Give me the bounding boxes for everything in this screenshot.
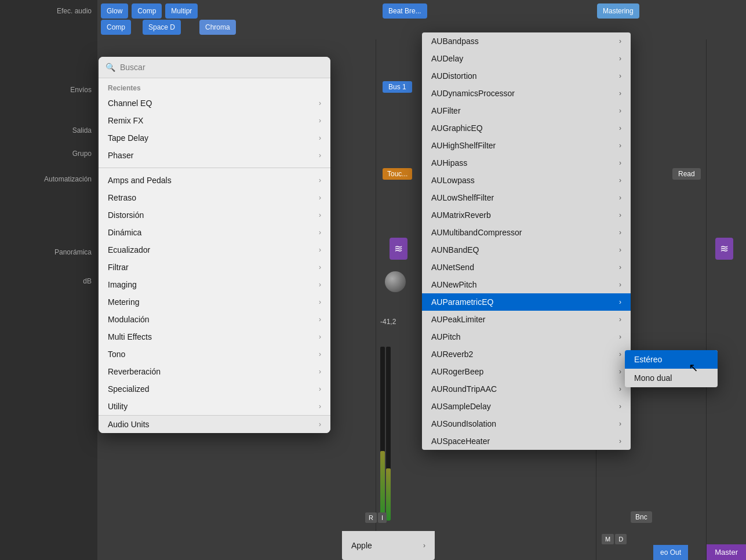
db-value-1: -41,2 [380, 318, 396, 326]
apple-label: Apple [351, 541, 372, 550]
knob-1[interactable] [385, 271, 406, 292]
chevron-icon: › [319, 298, 321, 306]
recent-remix-fx[interactable]: Remix FX › [99, 112, 330, 129]
space-d-button[interactable]: Space D [143, 20, 181, 35]
glow-button[interactable]: Glow [101, 3, 128, 19]
audio-units-item[interactable]: Audio Units › [99, 416, 330, 433]
chevron-icon: › [619, 263, 621, 271]
au-nbandeq[interactable]: AUNBandEQ › [422, 241, 631, 259]
chevron-icon: › [319, 402, 321, 410]
chevron-icon: › [319, 134, 321, 142]
recent-channel-eq[interactable]: Channel EQ › [99, 94, 330, 112]
au-dynamics-processor[interactable]: AUDynamicsProcessor › [422, 85, 631, 102]
au-parametriceq[interactable]: AUParametricEQ › [422, 293, 631, 311]
search-icon: 🔍 [105, 63, 115, 72]
beat-bre-button[interactable]: Beat Bre... [383, 3, 427, 19]
cat-retraso[interactable]: Retraso › [99, 189, 330, 206]
recent-phaser[interactable]: Phaser › [99, 147, 330, 164]
search-input[interactable] [120, 63, 323, 72]
au-reverb2[interactable]: AUReverb2 › [422, 346, 631, 363]
cat-utility[interactable]: Utility › [99, 398, 330, 415]
cat-imaging[interactable]: Imaging › [99, 276, 330, 293]
d-button[interactable]: D [615, 534, 627, 544]
cat-modulacion[interactable]: Modulación › [99, 311, 330, 328]
chevron-icon: › [619, 420, 621, 428]
cat-ecualizador[interactable]: Ecualizador › [99, 241, 330, 259]
cat-reverberacion[interactable]: Reverberación › [99, 363, 330, 380]
read-label[interactable]: Read [672, 168, 701, 180]
chevron-icon: › [619, 194, 621, 202]
i-button[interactable]: I [378, 512, 387, 523]
efec-audio-label: Efec. audio [0, 7, 97, 15]
search-bar: 🔍 [99, 57, 330, 78]
cat-specialized[interactable]: Specialized › [99, 380, 330, 398]
au-delay[interactable]: AUDelay › [422, 50, 631, 67]
recent-tape-delay[interactable]: Tape Delay › [99, 129, 330, 147]
au-rogerbeep[interactable]: AURogerBeep › [422, 363, 631, 380]
comp-button-1[interactable]: Comp [132, 3, 162, 19]
m-button-2[interactable]: M [602, 534, 614, 544]
au-roundtrip[interactable]: AURoundTripAAC › [422, 380, 631, 398]
bus1-label[interactable]: Bus 1 [383, 81, 412, 93]
au-sampledelay[interactable]: AUSampleDelay › [422, 398, 631, 415]
apple-chevron-icon: › [423, 541, 425, 550]
chevron-icon: › [619, 350, 621, 358]
chevron-icon: › [619, 159, 621, 167]
cat-distorsion[interactable]: Distorsión › [99, 206, 330, 224]
au-graphiceq[interactable]: AUGraphicEQ › [422, 119, 631, 137]
chevron-icon: › [619, 37, 621, 45]
apple-menu-item[interactable]: Apple › [342, 531, 435, 560]
cat-amps[interactable]: Amps and Pedals › [99, 172, 330, 189]
mastering-button[interactable]: Mastering [597, 3, 639, 19]
au-spaceheater[interactable]: AUSpaceHeater › [422, 432, 631, 450]
effect-buttons-row: Glow Comp Multipr Comp Space D Chroma [101, 3, 198, 19]
au-peaklimiter[interactable]: AUPeakLimiter › [422, 311, 631, 328]
au-highshelf[interactable]: AUHighShelfFilter › [422, 137, 631, 154]
touch-label[interactable]: Touc... [383, 168, 412, 180]
automatizacion-label: Automatización [0, 175, 97, 183]
au-menu: AUBandpass › AUDelay › AUDistortion › AU… [422, 32, 631, 450]
chevron-icon: › [619, 385, 621, 393]
chevron-icon: › [619, 176, 621, 184]
au-hipass[interactable]: AUHipass › [422, 154, 631, 172]
chevron-icon: › [619, 141, 621, 150]
cat-dinamica[interactable]: Dinámica › [99, 224, 330, 241]
au-bandpass[interactable]: AUBandpass › [422, 32, 631, 50]
mono-dual-item[interactable]: Mono dual [625, 369, 718, 387]
salida-label: Salida [0, 126, 97, 134]
au-multiband[interactable]: AUMultibandCompressor › [422, 224, 631, 241]
chevron-icon: › [619, 298, 621, 306]
multipr-button[interactable]: Multipr [165, 3, 198, 19]
chevron-icon: › [319, 194, 321, 202]
chevron-icon: › [319, 117, 321, 125]
cat-filtrar[interactable]: Filtrar › [99, 259, 330, 276]
au-newpitch[interactable]: AUNewPitch › [422, 276, 631, 293]
cat-multi-effects[interactable]: Multi Effects › [99, 328, 330, 346]
waveform-icon-1[interactable]: ≋ [390, 238, 407, 260]
chroma-button[interactable]: Chroma [199, 20, 236, 35]
estereo-item[interactable]: Estéreo [625, 350, 718, 369]
au-matrixreverb[interactable]: AUMatrixReverb › [422, 206, 631, 224]
menu-divider-1 [99, 168, 330, 168]
chevron-icon: › [319, 99, 321, 107]
au-lowshelf[interactable]: AULowShelfFilter › [422, 189, 631, 206]
au-distortion[interactable]: AUDistortion › [422, 67, 631, 85]
chevron-icon: › [319, 350, 321, 358]
chevron-icon: › [619, 124, 621, 132]
au-lowpass[interactable]: AULowpass › [422, 172, 631, 189]
cat-tono[interactable]: Tono › [99, 346, 330, 363]
comp-button-2[interactable]: Comp [101, 20, 131, 35]
parametriceq-submenu: Estéreo Mono dual [625, 350, 718, 387]
menu-bottom: Audio Units › [99, 415, 330, 433]
chevron-icon: › [619, 402, 621, 410]
au-pitch[interactable]: AUPitch › [422, 328, 631, 346]
db-label: dB [0, 277, 97, 285]
cat-metering[interactable]: Metering › [99, 293, 330, 311]
waveform-icon-2[interactable]: ≋ [715, 238, 733, 260]
bnc-label[interactable]: Bnc [631, 511, 652, 523]
au-filter[interactable]: AUFilter › [422, 102, 631, 119]
au-netsend[interactable]: AUNetSend › [422, 259, 631, 276]
au-soundisolation[interactable]: AUSoundIsolation › [422, 415, 631, 432]
sidebar: Efec. audio Envíos Salida Grupo Automati… [0, 0, 97, 560]
r-button[interactable]: R [365, 512, 377, 523]
